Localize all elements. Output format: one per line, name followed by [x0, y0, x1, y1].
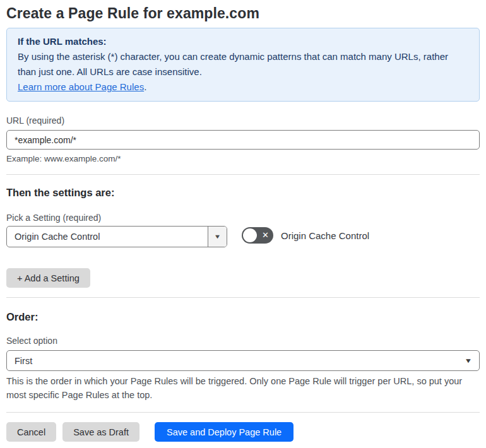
url-field-helper: Example: www.example.com/*: [6, 153, 480, 164]
order-select[interactable]: First ▼: [6, 350, 480, 371]
url-match-info-box: If the URL matches: By using the asteris…: [6, 28, 480, 102]
order-helper-text: This is the order in which your Page Rul…: [6, 374, 480, 402]
order-select-value: First: [7, 356, 465, 366]
info-box-body: By using the asterisk (*) character, you…: [18, 49, 468, 80]
toggle-knob: [243, 228, 257, 242]
chevron-down-icon: ▼: [214, 234, 222, 240]
setting-select-value: Origin Cache Control: [7, 232, 208, 242]
setting-select[interactable]: Origin Cache Control ▼: [6, 226, 227, 247]
settings-section-heading: Then the settings are:: [6, 187, 480, 199]
setting-row: Origin Cache Control ▼ ✕ Origin Cache Co…: [6, 223, 480, 247]
origin-cache-control-toggle[interactable]: ✕: [242, 227, 273, 244]
order-select-label: Select option: [6, 336, 480, 346]
order-section-heading: Order:: [6, 311, 480, 323]
info-box-link-line: Learn more about Page Rules.: [18, 80, 468, 95]
divider: [6, 174, 480, 175]
cancel-button[interactable]: Cancel: [6, 422, 56, 442]
create-page-rule-form: Create a Page Rule for example.com If th…: [0, 0, 486, 448]
url-input[interactable]: [6, 130, 480, 150]
divider: [6, 412, 480, 413]
footer-actions: Cancel Save as Draft Save and Deploy Pag…: [6, 422, 480, 442]
toggle-off-x-icon: ✕: [262, 231, 269, 239]
add-setting-button[interactable]: + Add a Setting: [6, 268, 90, 288]
pick-setting-label: Pick a Setting (required): [6, 213, 480, 223]
chevron-down-icon: ▼: [465, 358, 473, 364]
setting-select-caret-button[interactable]: ▼: [208, 227, 227, 247]
toggle-label: Origin Cache Control: [281, 230, 369, 241]
learn-more-link[interactable]: Learn more about Page Rules: [18, 81, 144, 92]
url-field-label: URL (required): [6, 115, 480, 126]
save-as-draft-button[interactable]: Save as Draft: [62, 422, 139, 442]
divider: [6, 297, 480, 298]
save-and-deploy-button[interactable]: Save and Deploy Page Rule: [155, 422, 293, 442]
info-box-heading: If the URL matches:: [18, 34, 468, 49]
link-suffix: .: [144, 81, 146, 92]
page-title: Create a Page Rule for example.com: [6, 5, 480, 22]
